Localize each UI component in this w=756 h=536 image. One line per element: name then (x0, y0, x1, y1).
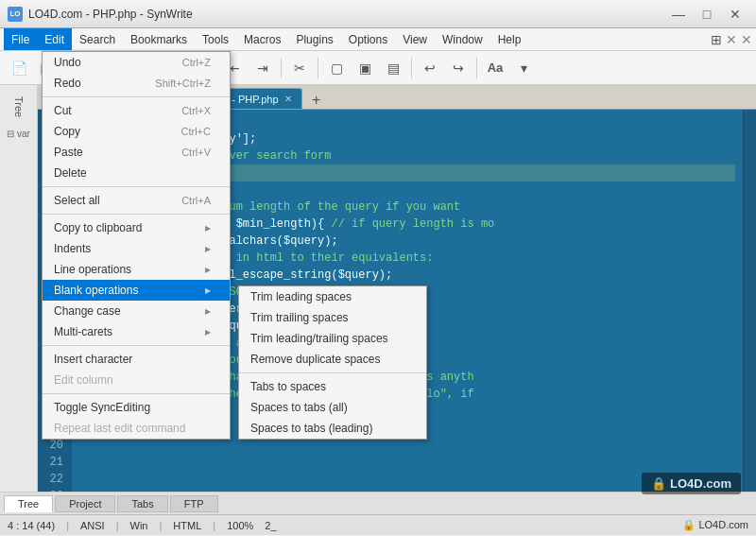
bottom-tab-ftp[interactable]: FTP (170, 495, 218, 512)
menu-view[interactable]: View (395, 28, 435, 50)
menu-toggle-sync[interactable]: Toggle SyncEditing (43, 397, 230, 418)
menu-remove-dup-spaces[interactable]: Remove duplicate spaces (239, 349, 426, 370)
menu-spaces-to-tabs-leading[interactable]: Spaces to tabs (leading) (239, 418, 426, 439)
bottom-tab-project[interactable]: Project (55, 495, 115, 512)
menu-tools[interactable]: Tools (195, 28, 236, 50)
menu-bookmarks[interactable]: Bookmarks (123, 28, 195, 50)
menu-macros[interactable]: Macros (236, 28, 288, 50)
box2-button[interactable]: ▣ (352, 55, 378, 81)
menu-repeat-last: Repeat last edit command (43, 418, 230, 439)
aa-button[interactable]: Aa (482, 55, 508, 81)
toolbar-x-icon[interactable]: ✕ (726, 32, 737, 47)
menu-selectall[interactable]: Select allCtrl+A (43, 190, 230, 211)
titlebar-left: LO LO4D.com - PHP.php - SynWrite (8, 7, 193, 22)
menu-plugins[interactable]: Plugins (288, 28, 340, 50)
titlebar-controls: — □ ✕ (665, 4, 748, 25)
statusbar: 4 : 14 (44) | ANSI | Win | HTML | 100% 2… (0, 514, 756, 535)
status-zoom: 100% (227, 520, 253, 531)
menu-copy[interactable]: CopyCtrl+C (43, 121, 230, 142)
status-language: HTML (173, 520, 201, 531)
scissors-button[interactable]: ✂ (286, 55, 313, 81)
watermark: 🔒 LO4D.com (642, 473, 741, 494)
blank-ops-sep (239, 372, 426, 373)
add-tab-button[interactable]: + (308, 92, 325, 109)
window-title: LO4D.com - PHP.php - SynWrite (28, 8, 193, 21)
edit-menu-dropdown: UndoCtrl+Z RedoShift+Ctrl+Z CutCtrl+X Co… (42, 51, 231, 440)
menu-indents[interactable]: Indents (43, 238, 230, 259)
menu-edit[interactable]: Edit (37, 28, 72, 50)
close-button[interactable]: ✕ (722, 4, 748, 25)
maximize-button[interactable]: □ (694, 4, 720, 25)
bottom-tab-tabs[interactable]: Tabs (117, 495, 167, 512)
menu-trim-leading[interactable]: Trim leading spaces (239, 286, 426, 307)
new-file-button[interactable]: 📄 (6, 55, 32, 81)
menu-help[interactable]: Help (490, 28, 529, 50)
toolbar-sep3 (281, 58, 282, 78)
box1-button[interactable]: ▢ (323, 55, 350, 81)
scrollbar-right[interactable] (743, 110, 756, 492)
menu-tabs-to-spaces[interactable]: Tabs to spaces (239, 376, 426, 397)
edit-sep4 (43, 345, 230, 346)
watermark-logo: 🔒 LO4D.com (682, 519, 748, 531)
menu-trim-trailing[interactable]: Trim trailing spaces (239, 307, 426, 328)
blank-ops-submenu: Trim leading spaces Trim trailing spaces… (238, 285, 427, 440)
menu-change-case[interactable]: Change case (43, 301, 230, 321)
sidebar-tree-label: Tree (9, 89, 28, 125)
edit-sep5 (43, 393, 230, 394)
menu-blank-ops[interactable]: Blank operations (43, 280, 230, 301)
menu-copy-clipboard[interactable]: Copy to clipboard (43, 217, 230, 238)
sidebar: Tree ⊟ var (0, 85, 38, 492)
menu-edit-column: Edit column (43, 370, 230, 390)
edit-sep2 (43, 186, 230, 187)
menu-delete[interactable]: Delete (43, 163, 230, 183)
box3-button[interactable]: ▤ (380, 55, 406, 81)
bottom-tab-tree[interactable]: Tree (4, 495, 53, 512)
menubar: File Edit Search Bookmarks Tools Macros … (0, 28, 756, 51)
status-encoding: ANSI (80, 520, 105, 531)
edit-sep3 (43, 214, 230, 215)
redo-button[interactable]: ↪ (445, 55, 472, 81)
app-icon: LO (8, 7, 23, 22)
menu-redo[interactable]: RedoShift+Ctrl+Z (43, 73, 230, 94)
tab-phpfile-close[interactable]: ✕ (284, 94, 292, 104)
bottom-tab-bar: Tree Project Tabs FTP (0, 492, 756, 514)
status-extra: 2_ (265, 520, 276, 531)
menu-options[interactable]: Options (341, 28, 395, 50)
toolbar-extra-icon: ⊞ (711, 32, 722, 47)
status-position: 4 : 14 (44) (8, 520, 55, 531)
edit-sep1 (43, 96, 230, 97)
watermark-text: LO4D.com (670, 476, 731, 491)
menu-insert-char[interactable]: Insert character (43, 349, 230, 370)
toolbar-sep4 (318, 58, 318, 78)
menu-spaces-to-tabs-all[interactable]: Spaces to tabs (all) (239, 397, 426, 418)
minimize-button[interactable]: — (665, 4, 692, 25)
sidebar-var: ⊟ var (7, 129, 30, 139)
status-line-endings: Win (130, 520, 148, 531)
watermark-box: 🔒 LO4D.com (642, 473, 741, 494)
menu-search[interactable]: Search (72, 28, 123, 50)
toolbar-x2-icon[interactable]: ✕ (741, 32, 752, 47)
indent-right-button[interactable]: ⇥ (249, 55, 276, 81)
toolbar-sep5 (411, 58, 412, 78)
menu-trim-both[interactable]: Trim leading/trailing spaces (239, 328, 426, 349)
menu-file[interactable]: File (4, 28, 37, 50)
undo-button[interactable]: ↩ (417, 55, 443, 81)
menu-multi-carets[interactable]: Multi-carets (43, 321, 230, 342)
titlebar: LO LO4D.com - PHP.php - SynWrite — □ ✕ (0, 0, 756, 28)
menu-paste[interactable]: PasteCtrl+V (43, 142, 230, 163)
watermark-lock-icon: 🔒 (651, 476, 666, 491)
menu-line-ops[interactable]: Line operations (43, 259, 230, 280)
aa-dropdown[interactable]: ▾ (510, 55, 537, 81)
menu-window[interactable]: Window (435, 28, 490, 50)
menu-undo[interactable]: UndoCtrl+Z (43, 52, 230, 73)
toolbar-sep6 (476, 58, 477, 78)
menu-cut[interactable]: CutCtrl+X (43, 100, 230, 121)
